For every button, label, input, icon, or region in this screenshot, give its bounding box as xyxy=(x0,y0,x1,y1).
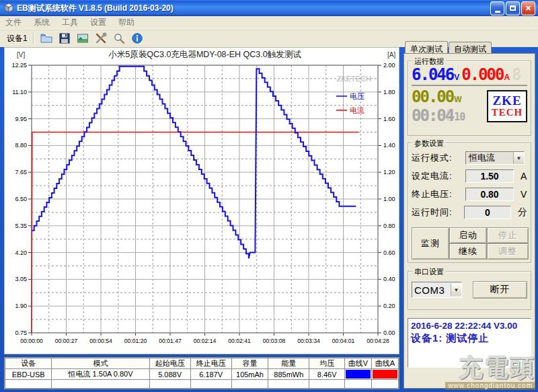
svg-text:00:03:34: 00:03:34 xyxy=(297,338,320,344)
current-display: 8.8.8.8 0.000 xyxy=(461,67,503,83)
voltage-curve-swatch xyxy=(346,370,371,379)
status-timestamp: 2016-6-28 22:22:44 V3.00 xyxy=(411,321,528,331)
svg-text:0.20: 0.20 xyxy=(383,303,395,309)
svg-text:电流: 电流 xyxy=(350,106,364,114)
svg-text:电压: 电压 xyxy=(350,92,364,100)
svg-text:7.65: 7.65 xyxy=(15,169,27,175)
col-energy: 能量 xyxy=(268,358,309,369)
menu-tools[interactable]: 工具 xyxy=(62,17,78,28)
serial-port-group: 串口设置 COM3 ▼ 断开 xyxy=(408,271,531,310)
chevron-down-icon[interactable]: ▼ xyxy=(451,284,461,296)
col-device: 设备 xyxy=(5,358,52,369)
settings-tools-button[interactable] xyxy=(93,31,109,46)
run-time-label: 运行时间: xyxy=(412,206,464,219)
svg-text:00:03:08: 00:03:08 xyxy=(263,338,286,344)
table-row[interactable]: EBD-USB 恒电流 1.50A 0.80V 5.088V 6.187V 10… xyxy=(5,369,399,380)
svg-text:00:02:41: 00:02:41 xyxy=(228,338,251,344)
run-time-input[interactable]: 0 xyxy=(464,206,511,219)
tab-single-test[interactable]: 单次测试 xyxy=(405,41,448,53)
run-time-unit: 分 xyxy=(518,206,527,219)
cell-end-v: 6.187V xyxy=(190,369,231,380)
svg-text:0.75: 0.75 xyxy=(15,329,27,336)
app-icon xyxy=(3,3,14,13)
cell-start-v: 5.088V xyxy=(149,369,190,380)
cell-capacity: 105mAh xyxy=(231,369,268,380)
magnifier-icon xyxy=(113,32,125,44)
save-button[interactable] xyxy=(56,31,73,46)
results-table: 设备 模式 起始电压 终止电压 容量 能量 均压 曲线V 曲线A EBD-USB… xyxy=(5,358,399,389)
parameters-group: 参数设置 运行模式: 恒电流 ▼ 设定电流: 1.50 A 终 xyxy=(408,143,531,263)
open-file-button[interactable] xyxy=(38,31,54,46)
col-curve-v: 曲线V xyxy=(344,358,371,369)
zoom-button[interactable] xyxy=(111,31,127,46)
title-bar: EB测试系统软件 V1.8.5 (Build 2016-03-20) ✕ xyxy=(0,0,538,16)
display-divider xyxy=(412,85,527,86)
save-icon xyxy=(59,32,71,44)
svg-text:1.40: 1.40 xyxy=(383,142,395,149)
results-table-panel: 设备 模式 起始电压 终止电压 容量 能量 均压 曲线V 曲线A EBD-USB… xyxy=(4,357,399,389)
svg-text:4.20: 4.20 xyxy=(15,249,27,256)
serial-port-label: 串口设置 xyxy=(412,267,446,277)
minimize-icon xyxy=(495,11,500,13)
menu-help[interactable]: 帮助 xyxy=(118,17,134,28)
svg-text:5.35: 5.35 xyxy=(15,223,27,229)
monitor-button[interactable]: 监测 xyxy=(412,227,449,260)
toolbar-separator xyxy=(33,32,34,44)
power-unit: W xyxy=(454,95,461,104)
disconnect-button[interactable]: 断开 xyxy=(473,281,527,299)
svg-text:00:00:00: 00:00:00 xyxy=(20,338,43,344)
about-button[interactable] xyxy=(129,31,145,46)
status-message: 设备1: 测试停止 xyxy=(411,332,528,345)
cutoff-voltage-input[interactable]: 0.80 xyxy=(465,188,514,201)
run-mode-label: 运行模式: xyxy=(412,152,465,164)
svg-text:00:02:14: 00:02:14 xyxy=(194,338,217,344)
status-box: 2016-6-28 22:22:44 V3.00 设备1: 测试停止 xyxy=(408,318,531,368)
maximize-button[interactable] xyxy=(506,1,520,15)
svg-text:00:04:01: 00:04:01 xyxy=(332,338,355,344)
cell-avg-v: 8.46V xyxy=(309,369,345,380)
svg-text:00:00:54: 00:00:54 xyxy=(89,338,112,344)
current-curve-swatch xyxy=(373,370,397,379)
right-panel: 单次测试 自动测试 运行数据 8.8.8.8 6.046 V 8.8.8.8 xyxy=(404,42,535,389)
set-current-label: 设定电流: xyxy=(412,170,465,182)
menu-system[interactable]: 系统 xyxy=(34,17,50,28)
svg-text:11.10: 11.10 xyxy=(12,89,27,95)
close-button[interactable]: ✕ xyxy=(521,1,535,15)
col-avg-v: 均压 xyxy=(309,358,345,369)
svg-text:1.00: 1.00 xyxy=(383,196,395,202)
voltage-current-chart: 00:00:0012.252.0000:00:2711.101.8000:00:… xyxy=(5,48,399,354)
svg-text:ZKETECH: ZKETECH xyxy=(337,75,371,83)
com-port-select[interactable]: COM3 ▼ xyxy=(412,282,462,298)
minimize-button[interactable] xyxy=(490,1,504,15)
menu-file[interactable]: 文件 xyxy=(5,17,22,28)
col-capacity: 容量 xyxy=(231,358,268,369)
svg-text:12.25: 12.25 xyxy=(11,62,27,69)
run-time-seconds: 10 xyxy=(454,111,465,123)
menu-settings[interactable]: 设置 xyxy=(90,17,106,28)
svg-text:0.60: 0.60 xyxy=(383,249,395,256)
device-tab[interactable]: 设备1 xyxy=(4,31,32,46)
app-window: EB测试系统软件 V1.8.5 (Build 2016-03-20) ✕ 文件 … xyxy=(0,0,538,392)
main-content: 00:00:0012.252.0000:00:2711.101.8000:00:… xyxy=(3,47,535,389)
start-button[interactable]: 启动 xyxy=(449,227,487,243)
cell-curve-a-swatch xyxy=(371,369,398,380)
cell-energy: 885mWh xyxy=(268,369,309,380)
table-empty-row xyxy=(5,380,399,389)
chart-panel: 00:00:0012.252.0000:00:2711.101.8000:00:… xyxy=(4,47,399,354)
run-data-group: 运行数据 8.8.8.8 6.046 V 8.8.8.8 0.000 A xyxy=(408,61,531,136)
continue-button[interactable]: 继续 xyxy=(449,243,487,260)
image-icon xyxy=(77,32,89,44)
folder-icon xyxy=(40,32,52,44)
tab-auto-test[interactable]: 自动测试 xyxy=(449,42,492,54)
col-curve-a: 曲线A xyxy=(371,358,398,369)
svg-text:00:00:27: 00:00:27 xyxy=(55,338,78,344)
set-current-input[interactable]: 1.50 xyxy=(465,169,514,183)
run-mode-select[interactable]: 恒电流 ▼ xyxy=(465,151,525,165)
chevron-down-icon[interactable]: ▼ xyxy=(513,152,524,164)
cell-mode: 恒电流 1.50A 0.80V xyxy=(52,369,149,380)
svg-text:[V]: [V] xyxy=(17,51,25,58)
svg-text:0.00: 0.00 xyxy=(383,329,395,336)
stop-button: 停止 xyxy=(487,227,529,243)
export-image-button[interactable] xyxy=(75,31,91,46)
maximize-icon xyxy=(510,5,516,11)
